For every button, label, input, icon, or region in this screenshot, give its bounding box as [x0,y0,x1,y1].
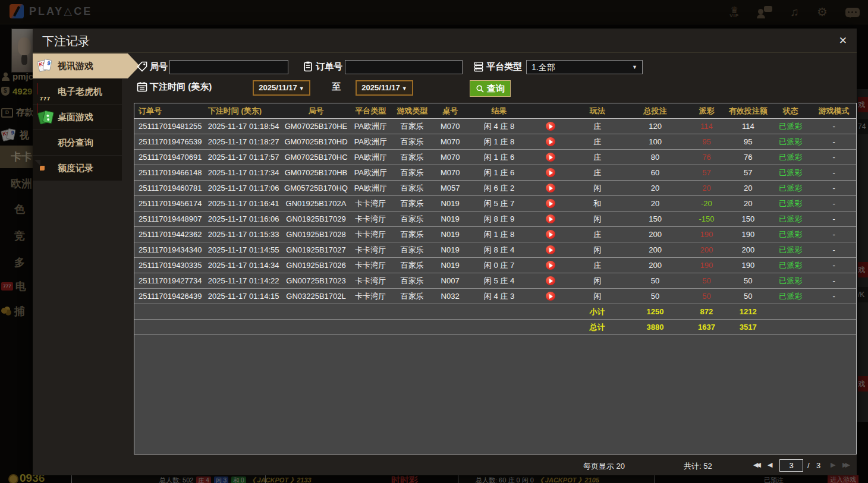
cell-total-bet: 1250 [624,307,687,316]
date-to-picker[interactable]: 2025/11/17▼ [356,80,413,96]
replay-play-button[interactable] [546,261,555,270]
order-number-input[interactable] [345,60,463,74]
cell-result: 闲 4 庄 8 [468,121,530,132]
dialog-titlebar: 下注记录 ✕ [33,29,857,53]
cell-game-type: 百家乐 [392,121,432,132]
cell-play-type: 总计 [571,322,624,333]
platform-type-select[interactable]: 1.全部 ▼ [526,60,643,74]
cell-bet-time: 2025-11-17 01:17:06 [207,184,283,192]
next-page-button[interactable]: ▶ [831,461,835,469]
cell-bet-time: 2025-11-17 01:18:54 [207,122,283,131]
replay-play-button[interactable] [546,137,555,146]
cell-payout: 190 [686,230,727,239]
header-time: 下注时间 (美东) [207,106,283,116]
cell-order: 251117019442362 [134,230,207,239]
cell-payout: 50 [686,292,727,301]
cell-game-type: 百家乐 [392,214,432,225]
menu-item-points-query[interactable]: 积分查询 [33,130,122,155]
close-icon[interactable]: ✕ [839,34,847,47]
cell-round: GM07025B170HC [283,153,350,162]
cell-round: GM07025B170HE [283,122,350,131]
bet-records-dialog: 下注记录 ✕ 视讯游戏 电子老虎机 桌面游戏 积分查询 额度记录 [33,29,857,475]
cell-result: 闲 0 庄 7 [468,260,530,271]
replay-play-button[interactable] [546,292,555,301]
replay-play-button[interactable] [546,153,555,162]
cell-status: 已派彩 [769,198,812,209]
header-order: 订单号 [134,106,207,116]
cell-play-type: 闲 [571,183,624,194]
cell-valid-bet: 114 [727,122,769,131]
round-number-input[interactable] [169,60,288,74]
cell-order: 251117019427734 [134,276,207,285]
table-row: 2511170194489072025-11-17 01:16:06GN0192… [134,211,856,227]
replay-play-button[interactable] [546,168,555,177]
cell-payout: 95 [686,137,727,146]
header-valid: 有效投注额 [727,106,769,116]
cell-total-bet: 200 [624,261,687,270]
cell-order: 251117019430335 [134,261,207,270]
replay-play-button[interactable] [546,245,555,254]
chevron-down-icon: ▼ [402,86,407,91]
cell-bet-time: 2025-11-17 01:16:41 [207,199,283,208]
app-window: PLAY△CE ♛ VIP ♫ ⚙ pmjc 4929 D存款 视 卡卡 欧洲 … [0,0,868,483]
replay-play-button[interactable] [546,214,555,223]
cell-game-type: 百家乐 [392,229,432,240]
cell-status: 已派彩 [769,168,812,178]
cell-play-type: 庄 [571,260,624,271]
header-table: 桌号 [432,106,468,116]
replay-play-button[interactable] [546,230,555,239]
header-round: 局号 [283,106,350,116]
cell-valid-bet: 20 [727,184,769,192]
cell-order: 251117019466148 [134,168,207,177]
cell-round: GN01925B17026 [283,261,350,270]
cell-result: 闲 1 庄 6 [468,152,530,163]
menu-item-slots[interactable]: 电子老虎机 [33,79,122,104]
menu-item-table-games[interactable]: 桌面游戏 [33,105,122,130]
replay-play-button[interactable] [546,199,555,208]
cell-bet-time: 2025-11-17 01:17:57 [207,153,283,162]
cell-game-mode: - [812,276,856,285]
menu-item-quota-records[interactable]: 额度记录 [33,156,122,181]
cell-replay [530,245,571,254]
table-row: 2511170194561742025-11-17 01:16:41GN0192… [134,196,856,211]
cell-game-mode: - [812,292,856,301]
cell-valid-bet: 1212 [727,307,769,316]
header-play: 玩法 [571,106,624,116]
query-button[interactable]: 查询 [470,80,511,97]
cell-payout: 57 [686,168,727,177]
cell-total-bet: 50 [624,292,687,301]
table-games-icon [37,109,53,125]
cell-table-no: N019 [432,214,468,223]
cell-round: GN01925B1702A [283,199,350,208]
search-icon [476,84,485,93]
cell-game-mode: - [812,214,856,223]
cell-status: 已派彩 [769,183,812,194]
replay-play-button[interactable] [546,276,555,285]
platform-list-icon [473,61,485,72]
cell-status: 已派彩 [769,245,812,255]
menu-item-video-games[interactable]: 视讯游戏 [33,53,140,78]
cell-bet-time: 2025-11-17 01:18:27 [207,137,283,146]
dialog-title: 下注记录 [42,33,90,49]
replay-play-button[interactable] [546,184,555,192]
first-page-button[interactable]: ◀◀ [753,461,759,469]
cell-total-bet: 150 [624,214,687,223]
prev-page-button[interactable]: ◀ [768,461,772,469]
cell-valid-bet: 190 [727,261,769,270]
cell-platform: PA欧洲厅 [349,168,392,178]
cell-table-no: M070 [432,137,468,146]
cell-status: 已派彩 [769,291,812,302]
cell-table-no: M070 [432,122,468,131]
replay-play-button[interactable] [546,122,555,131]
cell-round: GM05725B170HQ [283,184,350,192]
date-from-picker[interactable]: 2025/11/17▼ [253,80,310,96]
cell-bet-time: 2025-11-17 01:14:15 [207,292,283,301]
cell-payout: 190 [686,261,727,270]
cell-bet-time: 2025-11-17 01:14:34 [207,261,283,270]
cell-round: GN01925B17029 [283,214,350,223]
last-page-button[interactable]: ▶▶ [842,461,848,469]
table-row: 2511170194423622025-11-17 01:15:33GN0192… [134,227,856,242]
cell-play-type: 闲 [571,214,624,225]
table-header-row: 订单号下注时间 (美东)局号平台类型游戏类型桌号结果玩法总投注派彩有效投注额状态… [134,103,856,119]
current-page-input[interactable]: 3 [779,459,803,472]
